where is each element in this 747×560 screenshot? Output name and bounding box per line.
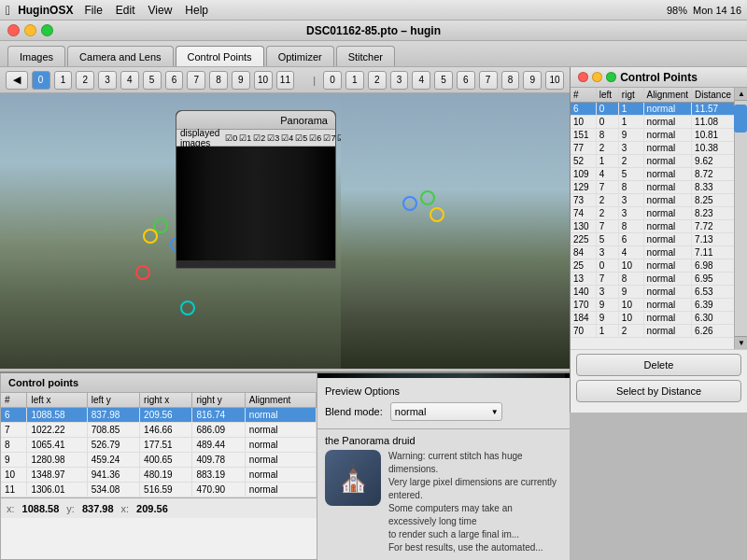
cp-panel-row[interactable]: 184 9 10 normal 6.30 [571, 312, 735, 325]
cp-panel-row[interactable]: 70 1 2 normal 6.26 [571, 325, 735, 338]
cp-panel-close[interactable] [578, 72, 588, 82]
close-button[interactable] [7, 24, 20, 36]
cp-panel-scrollbar[interactable]: ▲ ▼ [734, 88, 747, 349]
right-image-view[interactable] [341, 93, 570, 369]
cp-table-row[interactable]: 8 1065.41 526.79 177.51 489.44 normal [1, 438, 317, 453]
num-btn-5[interactable]: 5 [143, 71, 162, 90]
cp-table-row[interactable]: 9 1280.98 459.24 400.65 409.78 normal [1, 453, 317, 468]
apple-menu[interactable]:  [6, 3, 10, 18]
tab-control-points[interactable]: Control Points [176, 46, 264, 66]
menu-edit[interactable]: Edit [116, 4, 135, 17]
num-btn-3[interactable]: 3 [98, 71, 117, 90]
cp-dot-6 [143, 229, 158, 244]
img-check-3[interactable]: ☑3 [267, 133, 279, 143]
delete-button[interactable]: Delete [576, 354, 741, 376]
cp-panel-min[interactable] [592, 72, 602, 82]
cp-panel-row[interactable]: 130 7 8 normal 7.72 [571, 220, 735, 233]
num-btn-r4[interactable]: 4 [412, 71, 430, 90]
num-btn-11[interactable]: 11 [276, 71, 295, 90]
left-image-view[interactable]: Panorama displayed images ☑0 ☑1 ☑2 ☑3 ☑4… [0, 93, 341, 369]
num-btn-r0[interactable]: 0 [323, 71, 342, 90]
panel-col-num: # [571, 88, 596, 103]
cp-panel-row[interactable]: 225 5 6 normal 7.13 [571, 233, 735, 246]
cp-panel-row[interactable]: 52 1 2 normal 9.62 [571, 155, 735, 168]
scroll-up-btn[interactable]: ▲ [735, 88, 747, 101]
cp-panel-row[interactable]: 140 3 9 normal 6.53 [571, 286, 735, 299]
back-button[interactable]: ◀ [6, 71, 28, 90]
num-btn-r8[interactable]: 8 [501, 71, 520, 90]
cp-panel-max[interactable] [606, 72, 616, 82]
minimize-button[interactable] [24, 24, 36, 36]
cp-panel-row[interactable]: 129 7 8 normal 8.33 [571, 181, 735, 194]
cp-panel-row[interactable]: 84 3 4 normal 7.11 [571, 246, 735, 259]
cp-panel-row[interactable]: 10 0 1 normal 11.08 [571, 116, 735, 129]
druid-title: the Panorama druid [325, 435, 562, 446]
num-btn-2[interactable]: 2 [76, 71, 94, 90]
cp-panel-row[interactable]: 170 9 10 normal 6.39 [571, 299, 735, 312]
cp-panel-row[interactable]: 13 7 8 normal 6.95 [571, 273, 735, 286]
cp-panel-row[interactable]: 151 8 9 normal 10.81 [571, 129, 735, 142]
panel-col-dist: Distance [692, 88, 735, 103]
img-check-5[interactable]: ☑5 [295, 133, 307, 143]
cp-table-row[interactable]: 11 1306.01 534.08 516.59 470.90 normal [1, 483, 317, 497]
bottom-right-area: Preview Options Blend mode: normal diffe… [317, 373, 570, 560]
cp-panel-row[interactable]: 109 4 5 normal 8.72 [571, 168, 735, 181]
num-btn-9[interactable]: 9 [232, 71, 250, 90]
cp-table-row[interactable]: 7 1022.22 708.85 146.66 686.09 normal [1, 423, 317, 438]
rcp-dot-3 [430, 207, 444, 222]
tab-images[interactable]: Images [7, 46, 65, 66]
menu-bar:  HuginOSX File Edit View Help 98% Mon 1… [0, 0, 747, 21]
cp-dot-9 [180, 301, 195, 315]
num-btn-r7[interactable]: 7 [479, 71, 498, 90]
clock: Mon 14 16 [693, 5, 741, 16]
img-check-6[interactable]: ☑6 [309, 133, 321, 143]
img-check-7[interactable]: ☑7 [323, 133, 335, 143]
num-btn-r10[interactable]: 10 [545, 71, 564, 90]
num-btn-r6[interactable]: 6 [457, 71, 475, 90]
tab-optimizer[interactable]: Optimizer [266, 46, 334, 66]
num-btn-r9[interactable]: 9 [523, 71, 542, 90]
menu-help[interactable]: Help [185, 4, 208, 17]
cp-panel-row[interactable]: 74 2 3 normal 8.23 [571, 207, 735, 220]
img-check-2[interactable]: ☑2 [253, 133, 265, 143]
cp-panel-row[interactable]: 77 2 3 normal 10.38 [571, 142, 735, 155]
num-btn-r5[interactable]: 5 [434, 71, 453, 90]
num-btn-r2[interactable]: 2 [368, 71, 387, 90]
scroll-down-btn[interactable]: ▼ [735, 336, 747, 349]
cp-dot-8 [135, 265, 150, 280]
tab-stitcher[interactable]: Stitcher [336, 46, 395, 66]
select-by-distance-button[interactable]: Select by Distance [576, 380, 741, 402]
displayed-images-bar: displayed images ☑0 ☑1 ☑2 ☑3 ☑4 ☑5 ☑6 ☑7… [176, 130, 335, 147]
cp-panel-row[interactable]: 25 0 10 normal 6.98 [571, 259, 735, 273]
cp-table-body: 6 1088.58 837.98 209.56 816.74 normal 7 … [1, 408, 317, 497]
cp-panel-row[interactable]: 6 0 1 normal 11.57 [571, 103, 735, 116]
num-btn-10[interactable]: 10 [254, 71, 273, 90]
rcp-dot-1 [402, 196, 417, 211]
num-btn-6[interactable]: 6 [165, 71, 184, 90]
num-btn-r1[interactable]: 1 [345, 71, 364, 90]
menu-view[interactable]: View [148, 4, 173, 17]
cp-panel-title: Control Points [620, 71, 698, 84]
maximize-button[interactable] [41, 24, 53, 36]
tab-camera-lens[interactable]: Camera and Lens [67, 46, 173, 66]
num-btn-7[interactable]: 7 [187, 71, 205, 90]
img-check-0[interactable]: ☑0 [225, 133, 237, 143]
app-name[interactable]: HuginOSX [18, 4, 73, 17]
num-btn-r3[interactable]: 3 [390, 71, 409, 90]
img-check-4[interactable]: ☑4 [281, 133, 293, 143]
img-check-1[interactable]: ☑1 [239, 133, 251, 143]
druid-content: ⛪ Warning: current stitch has huge dimen… [325, 450, 562, 554]
cp-table-row[interactable]: 10 1348.97 941.36 480.19 883.19 normal [1, 468, 317, 483]
num-btn-1[interactable]: 1 [54, 71, 73, 90]
num-btn-4[interactable]: 4 [120, 71, 139, 90]
cp-col-rx: right x [140, 393, 192, 408]
x-label: x: [7, 503, 15, 514]
cp-panel-row[interactable]: 73 2 3 normal 8.25 [571, 194, 735, 207]
scroll-thumb[interactable] [734, 105, 747, 133]
num-btn-8[interactable]: 8 [209, 71, 228, 90]
blend-label: Blend mode: [325, 406, 383, 417]
menu-file[interactable]: File [84, 4, 102, 17]
num-btn-0[interactable]: 0 [32, 71, 50, 90]
cp-table-row[interactable]: 6 1088.58 837.98 209.56 816.74 normal [1, 408, 317, 423]
blend-mode-select[interactable]: normal difference average [390, 402, 502, 421]
